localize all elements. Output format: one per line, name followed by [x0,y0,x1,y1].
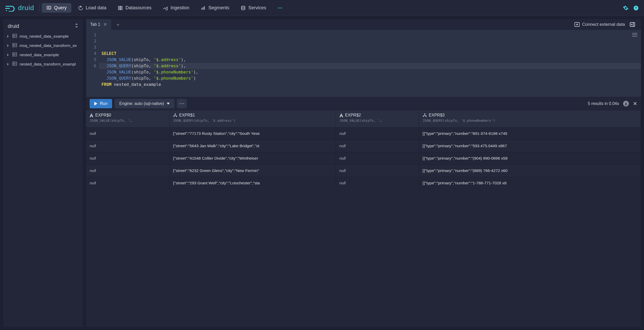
toolbar-right: 5 results in 0.04s ✕ [588,101,637,107]
column-name: EXPR$3 [429,113,445,118]
sidebar-item-table[interactable]: nested_data_transform_exampl [3,60,83,69]
svg-rect-30 [13,62,17,65]
load-icon [78,5,83,11]
table-row[interactable]: null{"street":"6232 Green Glens","city":… [86,164,641,177]
column-header[interactable]: EXPR$2 JSON_VALUE(shipTo, '… [336,110,419,127]
connect-label: Connect external data [582,22,625,27]
help-button[interactable]: ? [633,5,639,11]
settings-button[interactable] [623,5,629,11]
table-row[interactable]: null{"street":"41548 Collier Divide","ci… [86,152,641,164]
sidebar-item-label: msq_nested_data_transform_ex [20,43,77,48]
more-options-button[interactable] [177,99,187,108]
table-cell[interactable]: [{"type":"primary","number":"(904) 890-0… [419,152,641,164]
run-label: Run [100,101,107,106]
svg-point-45 [176,116,177,117]
table-cell[interactable]: [{"type":"primary","number":"891-374-618… [419,127,641,140]
collapse-icon [630,22,635,27]
menu-icon [632,33,637,37]
nav-item-ingestion[interactable]: Ingestion [158,3,194,13]
editor-menu-button[interactable] [632,32,637,39]
nav-item-datasources[interactable]: Datasources [113,3,156,13]
svg-point-48 [426,116,427,117]
chevron-right-icon [7,62,10,67]
nav-item-segments[interactable]: Segments [196,3,234,13]
engine-select[interactable]: Engine: auto (sql-native) [115,99,174,108]
table-cell[interactable]: [{"type":"primary","number":"1-788-771-7… [419,177,641,189]
segments-icon [201,5,206,11]
table-cell[interactable]: {"street":"5643 Jan Walk","city":"Lake B… [169,140,336,152]
table-cell[interactable]: null [336,177,419,189]
nav-label: Segments [208,5,229,11]
nav-label: Ingestion [171,5,189,11]
table-cell[interactable]: {"street":"41548 Collier Divide","city":… [169,152,336,164]
chevron-down-icon [167,103,170,105]
table-cell[interactable]: null [336,127,419,140]
tabbar-right: Connect external data [574,22,639,27]
query-icon [46,5,52,11]
line-gutter: 123456 [86,30,99,97]
nav-item-services[interactable]: Services [236,3,271,13]
sql-editor[interactable]: 123456 SELECT JSON_VALUE(shipTo, '$.addr… [86,30,641,97]
table-cell[interactable]: null [336,140,419,152]
close-results-button[interactable]: ✕ [633,101,637,107]
table-cell[interactable]: {"street":"77173 Rusty Station","city":"… [169,127,336,140]
ingestion-icon [163,5,168,11]
table-cell[interactable]: null [336,152,419,164]
table-cell[interactable]: null [86,140,169,152]
svg-point-15 [281,7,282,8]
connect-external-data-button[interactable]: Connect external data [574,22,625,27]
column-expression: JSON_QUERY(shipTo, '$.phoneNumbers') [423,119,637,122]
connect-icon [574,22,580,27]
string-type-icon [90,113,93,117]
column-name: EXPR$0 [95,113,111,118]
druid-logo-icon [5,4,15,12]
nav-item-load-data[interactable]: Load data [73,3,111,13]
table-row[interactable]: null{"street":"293 Grant Well","city":"L… [86,177,641,189]
datasources-icon [118,5,123,11]
table-row[interactable]: null{"street":"77173 Rusty Station","cit… [86,127,641,140]
sidebar-item-table[interactable]: msq_nested_data_example [3,32,83,41]
table-cell[interactable]: {"street":"293 Grant Well","city":"Loisc… [169,177,336,189]
table-icon [12,62,17,67]
sidebar-item-label: msq_nested_data_example [20,34,69,39]
svg-rect-26 [13,53,17,56]
nav-item-more[interactable] [273,3,287,13]
tab-close-icon[interactable]: ✕ [103,22,107,27]
panel-collapse-button[interactable] [630,22,635,27]
svg-rect-22 [13,43,17,47]
table-cell[interactable]: null [86,164,169,177]
help-icon: ? [633,5,639,11]
svg-point-1 [6,10,7,11]
table-icon [12,52,17,57]
sidebar-item-table[interactable]: nested_data_example [3,50,83,60]
table-cell[interactable]: [{"type":"primary","number":"593.475.044… [419,140,641,152]
nav-item-query[interactable]: Query [42,3,71,13]
run-button[interactable]: Run [90,99,112,108]
column-header[interactable]: EXPR$3 JSON_QUERY(shipTo, '$.phoneNumber… [419,110,641,127]
table-icon [12,43,17,48]
tab-item[interactable]: Tab 1 ✕ [86,19,111,30]
string-type-icon [340,113,343,117]
sidebar-sort-icon[interactable] [75,23,78,29]
sidebar-header[interactable]: druid [3,21,83,32]
complex-type-icon [173,113,177,117]
results-status: 5 results in 0.04s [588,101,619,106]
svg-point-13 [278,7,279,8]
table-cell[interactable]: {"street":"6232 Green Glens","city":"New… [169,164,336,177]
table-cell[interactable]: [{"type":"primary","number":"(689) 766-4… [419,164,641,177]
column-header[interactable]: EXPR$0 JSON_VALUE(shipTo, '… [86,110,169,127]
tab-add-button[interactable]: ＋ [111,21,125,28]
table-row[interactable]: null{"street":"5643 Jan Walk","city":"La… [86,140,641,152]
download-button[interactable] [623,101,629,106]
code-area[interactable]: SELECT JSON_VALUE(shipTo, '$.address'), … [99,30,641,97]
separator [39,4,40,12]
table-cell[interactable]: null [336,164,419,177]
sidebar-item-table[interactable]: msq_nested_data_transform_ex [3,41,83,50]
column-header[interactable]: EXPR$1 JSON_QUERY(shipTo, '$.address') [169,110,336,127]
table-cell[interactable]: null [86,152,169,164]
svg-text:?: ? [635,6,637,10]
results-table[interactable]: EXPR$0 JSON_VALUE(shipTo, '… EXPR$1 JSON… [86,110,641,327]
logo[interactable]: druid [5,4,34,12]
table-cell[interactable]: null [86,127,169,140]
table-cell[interactable]: null [86,177,169,189]
